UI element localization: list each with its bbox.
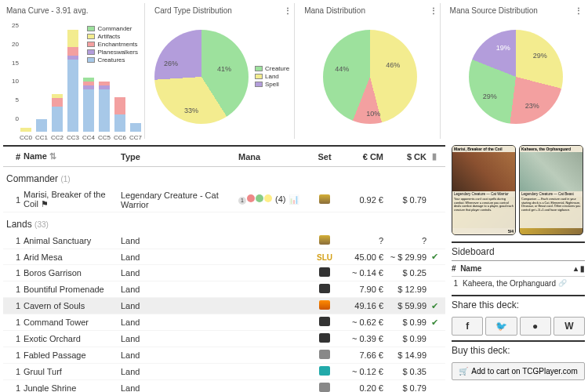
cell-qty: 1 bbox=[6, 318, 24, 327]
cell-cm: ~ 0.62 € bbox=[340, 318, 383, 327]
cell-name: Exotic Orchard bbox=[24, 334, 121, 343]
table-row[interactable]: 1 Bountiful Promenade Land 7.90 € $ 12.9… bbox=[3, 281, 445, 298]
share-twitter[interactable]: 🐦 bbox=[485, 317, 517, 336]
set-icon bbox=[319, 366, 330, 376]
share-facebook[interactable]: f bbox=[452, 317, 483, 336]
collection-icon[interactable]: ▮ bbox=[432, 151, 437, 161]
cell-mana: 1 (4) 📊 bbox=[238, 194, 309, 205]
cell-type: Land bbox=[121, 334, 238, 343]
cell-name: Marisi, Breaker of the Coil bbox=[24, 190, 106, 209]
chart-title: Mana Distribution bbox=[304, 6, 365, 15]
chart-mana-dist: Mana Distribution⋮ 46% 10% 44% bbox=[301, 3, 440, 139]
sideboard-header: Sideboard bbox=[452, 241, 585, 261]
more-icon[interactable]: ⋮ bbox=[575, 6, 582, 15]
bar-chart: 2520151050 CC0 CC1 CC2 CC3 CC4 CC5 CC6 C… bbox=[6, 22, 141, 132]
cell-type: Land bbox=[121, 268, 238, 278]
chart-mana-source: Mana Source Distribution⋮ 29% 23% 29% 19… bbox=[447, 3, 585, 139]
sort-icon[interactable]: ▴ ▮ bbox=[574, 264, 585, 273]
cell-cm: ~ 0.14 € bbox=[340, 268, 383, 278]
table-row[interactable]: 1 Cavern of Souls Land 49.16 € $ 59.99 ✔ bbox=[3, 298, 445, 314]
stats-icon[interactable]: 📊 bbox=[289, 194, 299, 204]
pie-mana-dist: 46% 10% 44% bbox=[323, 30, 417, 124]
card-preview-commander[interactable]: Marisi, Breaker of the Coil Legendary Cr… bbox=[452, 145, 516, 235]
flag-icon: ⚑ bbox=[41, 199, 49, 209]
set-code: SLU bbox=[317, 253, 332, 262]
bar-cc4: CC4 bbox=[83, 78, 94, 132]
sideboard-row[interactable]: 1 Kaheera, the Orphanguard🔗 bbox=[452, 277, 585, 290]
cell-name: Boros Garrison bbox=[24, 268, 121, 278]
cell-qty: 1 bbox=[6, 268, 24, 278]
table-row[interactable]: 1 Exotic Orchard Land ~ 0.39 € $ 0.99 bbox=[3, 331, 445, 347]
commander-row[interactable]: 1 Marisi, Breaker of the Coil ⚑ Legendar… bbox=[3, 187, 445, 212]
cell-check: ✔ bbox=[426, 318, 442, 328]
cell-ck: $ 0.79 bbox=[383, 383, 426, 392]
cell-cm: 7.66 € bbox=[340, 350, 383, 360]
cell-qty: 1 bbox=[6, 252, 24, 262]
cell-type: Land bbox=[121, 301, 238, 310]
cell-name: Gruul Turf bbox=[24, 367, 121, 376]
table-row[interactable]: 1 Boros Garrison Land ~ 0.14 € $ 0.25 bbox=[3, 265, 445, 281]
table-header: # Name ⇅ Type Mana Set € CM $ CK ▮ bbox=[3, 145, 445, 167]
cell-set bbox=[309, 350, 340, 361]
deck-table: # Name ⇅ Type Mana Set € CM $ CK ▮ Comma… bbox=[3, 145, 445, 392]
bar-cc6: CC6 bbox=[114, 97, 125, 132]
col-qty[interactable]: # bbox=[6, 152, 24, 162]
more-icon[interactable]: ⋮ bbox=[430, 6, 437, 15]
buy-tcgplayer-button[interactable]: 🛒Add to cart on TCGPlayer.com bbox=[452, 362, 585, 380]
bar-cc5: CC5 bbox=[99, 82, 110, 132]
cell-set bbox=[309, 383, 340, 392]
legend-curve: Commander Artifacts Enchantments Planesw… bbox=[85, 24, 140, 66]
more-icon[interactable]: ⋮ bbox=[284, 6, 291, 15]
cell-name: Animal Sanctuary bbox=[24, 236, 121, 245]
cell-cm: 0.92 € bbox=[340, 195, 383, 205]
link-icon: 🔗 bbox=[558, 279, 567, 288]
col-name[interactable]: Name bbox=[24, 151, 47, 161]
col-ck[interactable]: $ CK bbox=[383, 152, 426, 162]
table-row[interactable]: 1 Arid Mesa Land SLU 45.00 € ~ $ 29.99 ✔ bbox=[3, 249, 445, 265]
share-reddit[interactable]: ● bbox=[520, 317, 551, 336]
cell-name: Command Tower bbox=[24, 318, 121, 327]
sidebar: Marisi, Breaker of the Coil Legendary Cr… bbox=[452, 145, 585, 392]
cell-ck: $ 0.25 bbox=[383, 268, 426, 278]
sort-icon[interactable]: ⇅ bbox=[49, 151, 56, 161]
bar-cc3: CC3 bbox=[67, 30, 78, 132]
col-mana[interactable]: Mana bbox=[238, 152, 309, 162]
table-row[interactable]: 1 Gruul Turf Land ~ 0.12 € $ 0.35 bbox=[3, 364, 445, 380]
section-lands: Lands (33) bbox=[3, 212, 445, 233]
cell-qty: 1 bbox=[6, 367, 24, 376]
cell-set bbox=[309, 284, 340, 295]
bar-cc7: CC7 bbox=[130, 123, 141, 132]
cell-type: Land bbox=[121, 252, 238, 262]
cell-cm: 7.90 € bbox=[340, 285, 383, 294]
col-cm[interactable]: € CM bbox=[340, 152, 383, 162]
check-icon: ✔ bbox=[431, 301, 438, 310]
cell-ck: $ 59.99 bbox=[383, 301, 426, 310]
card-preview-companion[interactable]: Kaheera, the Orphanguard Legendary Creat… bbox=[519, 145, 583, 235]
cell-set bbox=[309, 267, 340, 278]
cell-ck: $ 0.99 bbox=[383, 318, 426, 327]
col-type[interactable]: Type bbox=[121, 152, 238, 162]
buy-header: Buy this deck: bbox=[452, 340, 585, 359]
cell-set bbox=[309, 235, 340, 246]
cell-qty: 1 bbox=[6, 236, 24, 245]
share-header: Share this deck: bbox=[452, 295, 585, 314]
cell-type: Land bbox=[121, 350, 238, 360]
table-row[interactable]: 1 Fabled Passage Land 7.66 € $ 14.99 bbox=[3, 347, 445, 364]
section-commander: Commander (1) bbox=[3, 167, 445, 187]
check-icon: ✔ bbox=[431, 318, 438, 327]
share-vk[interactable]: W bbox=[554, 317, 585, 336]
table-row[interactable]: 1 Command Tower Land ~ 0.62 € $ 0.99 ✔ bbox=[3, 314, 445, 331]
table-row[interactable]: 1 Jungle Shrine Land 0.20 € $ 0.79 bbox=[3, 380, 445, 392]
col-set[interactable]: Set bbox=[309, 152, 340, 162]
cell-set bbox=[309, 366, 340, 377]
cell-set bbox=[309, 300, 340, 311]
set-icon bbox=[319, 267, 330, 277]
table-row[interactable]: 1 Animal Sanctuary Land ? ? bbox=[3, 233, 445, 249]
cell-name: Fabled Passage bbox=[24, 350, 121, 360]
pie-mana-source: 29% 23% 29% 19% bbox=[469, 30, 563, 124]
cell-qty: 1 bbox=[6, 195, 24, 205]
pie-card-type: 41% 33% 26% bbox=[154, 30, 249, 124]
cell-type: Land bbox=[121, 318, 238, 327]
bar-cc2: CC2 bbox=[52, 94, 63, 132]
cell-qty: 1 bbox=[6, 285, 24, 294]
